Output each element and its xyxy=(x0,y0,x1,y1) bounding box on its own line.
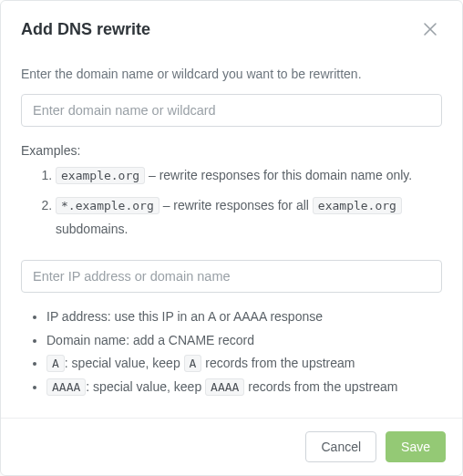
example-code: *.example.org xyxy=(56,197,159,214)
note-text: Domain name: add a CNAME record xyxy=(46,333,254,347)
save-button[interactable]: Save xyxy=(386,431,446,462)
instruction-text: Enter the domain name or wildcard you wa… xyxy=(21,67,442,81)
list-item: IP address: use this IP in an A or AAAA … xyxy=(46,307,442,327)
note-text: : special value, keep xyxy=(65,356,184,370)
cancel-button[interactable]: Cancel xyxy=(305,431,376,462)
dialog-title: Add DNS rewrite xyxy=(21,20,150,39)
list-item: A: special value, keep A records from th… xyxy=(46,354,442,374)
note-text: records from the upstream xyxy=(201,356,355,370)
example-text: – rewrite responses for this domain name… xyxy=(145,168,412,182)
list-item: *.example.org – rewrite responses for al… xyxy=(56,193,442,242)
examples-label: Examples: xyxy=(21,143,442,158)
note-code: AAAA xyxy=(46,378,86,396)
example-text: – rewrite responses for all xyxy=(159,198,313,212)
dialog-header: Add DNS rewrite xyxy=(1,1,462,47)
examples-list: example.org – rewrite responses for this… xyxy=(21,163,442,242)
close-icon xyxy=(422,26,438,40)
note-text: IP address: use this IP in an A or AAAA … xyxy=(46,309,323,324)
note-code: AAAA xyxy=(205,378,244,396)
note-text: : special value, keep xyxy=(86,379,205,394)
domain-input[interactable] xyxy=(21,94,442,127)
notes-list: IP address: use this IP in an A or AAAA … xyxy=(21,307,442,398)
example-code: example.org xyxy=(313,197,402,214)
target-input[interactable] xyxy=(21,260,442,293)
note-code: A xyxy=(184,355,202,372)
example-code: example.org xyxy=(56,167,145,184)
add-dns-rewrite-dialog: Add DNS rewrite Enter the domain name or… xyxy=(0,0,463,476)
note-text: records from the upstream xyxy=(244,379,397,394)
note-code: A xyxy=(46,355,65,372)
dialog-body: Enter the domain name or wildcard you wa… xyxy=(1,47,462,418)
example-text: subdomains. xyxy=(56,222,128,236)
list-item: AAAA: special value, keep AAAA records f… xyxy=(46,378,442,398)
list-item: example.org – rewrite responses for this… xyxy=(56,163,442,188)
list-item: Domain name: add a CNAME record xyxy=(46,331,442,351)
close-button[interactable] xyxy=(418,17,442,41)
dialog-footer: Cancel Save xyxy=(1,418,462,475)
